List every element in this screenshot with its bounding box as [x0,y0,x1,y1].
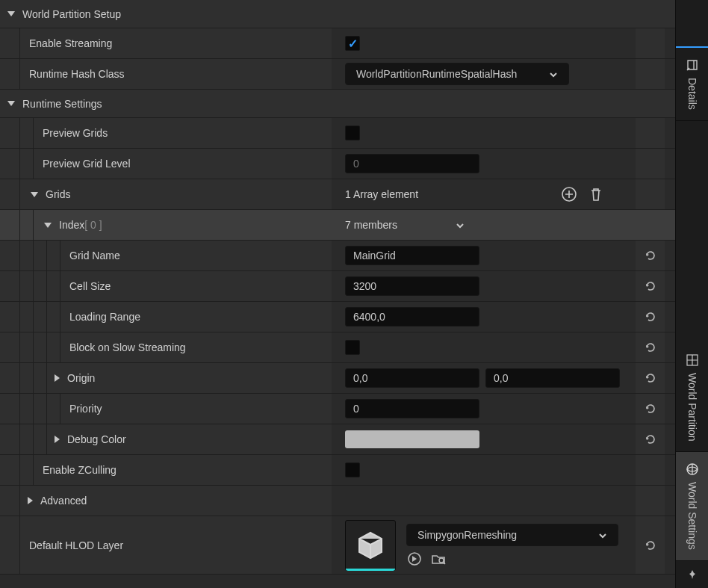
enable-zculling-checkbox[interactable] [345,462,360,477]
row-index-0[interactable]: Index [ 0 ] 7 members [0,210,675,241]
chevron-down-icon [7,11,15,16]
tab-label: World Settings [686,482,698,550]
row-debug-color: Debug Color [0,424,675,455]
browse-icon[interactable] [430,551,447,567]
tab-label: Details [686,78,698,110]
row-origin: Origin [0,363,675,394]
tab-world-partition[interactable]: World Partition [676,343,708,453]
label: Enable ZCulling [34,464,117,476]
label: Origin [67,372,95,384]
row-cell-size: Cell Size [0,271,675,302]
row-block-slow-streaming: Block on Slow Streaming [0,332,675,363]
preview-grid-level-input[interactable] [345,154,479,173]
cell-size-input[interactable] [345,276,479,296]
hlod-dropdown[interactable]: SimpygonRemeshing [406,524,618,546]
tab-world-settings[interactable]: World Settings [676,452,708,561]
row-grids: Grids 1 Array element [0,179,675,210]
details-panel: World Partition Setup Enable Streaming R… [0,0,675,588]
label: Debug Color [67,433,126,445]
chevron-down-icon [598,530,607,539]
row-advanced[interactable]: Advanced [0,486,675,516]
world-settings-icon [686,462,699,476]
label: Index [59,219,84,231]
label: Cell Size [60,280,111,292]
chevron-down-icon [549,69,558,78]
debug-color-swatch[interactable] [345,430,479,448]
label: Block on Slow Streaming [60,341,186,353]
chevron-down-icon[interactable] [31,192,38,197]
row-grid-name: Grid Name [0,241,675,271]
dropdown-value: SimpygonRemeshing [417,529,517,541]
reset-icon[interactable] [644,433,657,446]
hlod-thumbnail[interactable] [345,520,396,571]
label: Preview Grids [34,127,108,139]
row-enable-streaming: Enable Streaming [0,28,675,59]
block-slow-checkbox[interactable] [345,340,360,355]
label: Loading Range [60,311,140,323]
use-selection-icon[interactable] [406,551,423,567]
grid-name-input[interactable] [345,246,479,265]
chevron-down-icon [7,101,15,106]
chevron-down-icon[interactable] [44,223,52,228]
loading-range-input[interactable] [345,307,479,327]
origin-x-input[interactable] [345,368,479,388]
row-preview-grid-level: Preview Grid Level [0,149,675,179]
section-title: Runtime Settings [22,98,102,110]
tab-details[interactable]: Details [676,48,708,121]
label: Runtime Hash Class [20,68,125,80]
label: Default HLOD Layer [20,539,123,551]
add-element-icon[interactable] [561,186,577,202]
row-preview-grids: Preview Grids [0,118,675,149]
trash-icon[interactable] [588,186,604,202]
pin-button[interactable] [676,561,708,588]
chevron-down-icon[interactable] [456,220,465,229]
priority-input[interactable] [345,399,479,418]
row-loading-range: Loading Range [0,302,675,332]
world-partition-icon [686,353,699,367]
row-priority: Priority [0,394,675,424]
label: Advanced [40,495,87,507]
section-title: World Partition Setup [22,8,121,20]
label: Priority [60,403,102,415]
row-default-hlod-layer: Default HLOD Layer SimpygonRemeshing [0,516,675,575]
label: Grids [46,188,70,200]
label: Preview Grid Level [34,158,131,170]
reset-icon[interactable] [644,341,657,354]
origin-y-input[interactable] [485,368,620,388]
reset-icon[interactable] [644,402,657,415]
reset-icon[interactable] [644,539,657,552]
details-icon [686,58,699,72]
index-bracket: [ 0 ] [84,219,102,231]
chevron-right-icon[interactable] [55,436,60,443]
preview-grids-checkbox[interactable] [345,126,360,140]
members-count: 7 members [345,219,397,231]
dropdown-value: WorldPartitionRuntimeSpatialHash [356,68,517,80]
array-count: 1 Array element [345,188,418,200]
reset-icon[interactable] [644,249,657,262]
tab-label: World Partition [686,373,698,442]
runtime-hash-class-dropdown[interactable]: WorldPartitionRuntimeSpatialHash [345,63,569,85]
section-world-partition-setup[interactable]: World Partition Setup [0,0,675,28]
reset-icon[interactable] [644,279,657,293]
section-runtime-settings[interactable]: Runtime Settings [0,90,675,118]
chevron-right-icon [28,497,33,504]
side-top-accent [676,0,708,48]
row-runtime-hash-class: Runtime Hash Class WorldPartitionRuntime… [0,59,675,90]
reset-icon[interactable] [644,371,657,385]
enable-streaming-checkbox[interactable] [345,36,360,51]
chevron-right-icon[interactable] [55,374,60,382]
label: Enable Streaming [20,37,112,49]
label: Grid Name [60,250,120,261]
reset-icon[interactable] [644,310,657,324]
side-tab-bar: Details World Partition World Settings [675,0,708,588]
row-enable-zculling: Enable ZCulling [0,455,675,486]
